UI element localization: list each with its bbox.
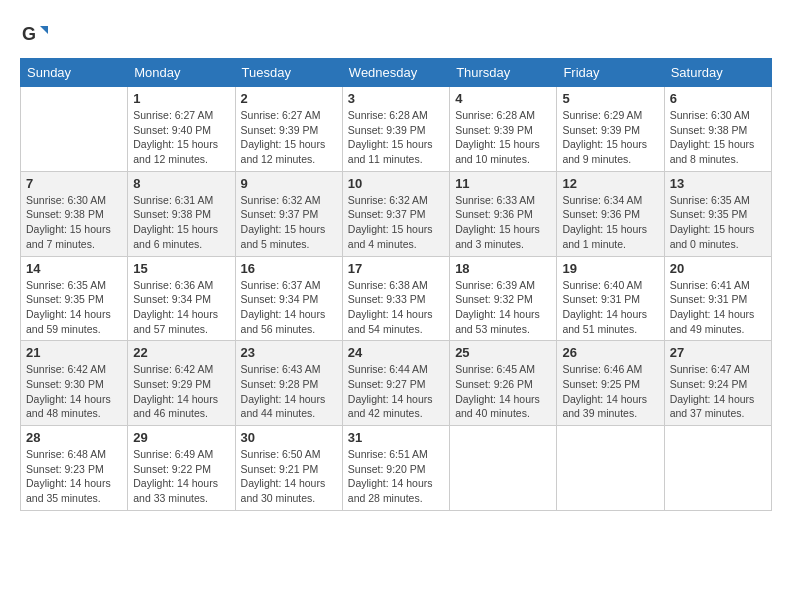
calendar-cell: 5Sunrise: 6:29 AM Sunset: 9:39 PM Daylig… bbox=[557, 87, 664, 172]
day-number: 7 bbox=[26, 176, 122, 191]
day-number: 9 bbox=[241, 176, 337, 191]
day-info: Sunrise: 6:40 AM Sunset: 9:31 PM Dayligh… bbox=[562, 278, 658, 337]
day-number: 8 bbox=[133, 176, 229, 191]
day-number: 15 bbox=[133, 261, 229, 276]
calendar-cell: 13Sunrise: 6:35 AM Sunset: 9:35 PM Dayli… bbox=[664, 171, 771, 256]
calendar-table: SundayMondayTuesdayWednesdayThursdayFrid… bbox=[20, 58, 772, 511]
day-number: 1 bbox=[133, 91, 229, 106]
logo-icon: G bbox=[20, 20, 48, 48]
calendar-weekday-header: Saturday bbox=[664, 59, 771, 87]
day-info: Sunrise: 6:50 AM Sunset: 9:21 PM Dayligh… bbox=[241, 447, 337, 506]
calendar-cell: 11Sunrise: 6:33 AM Sunset: 9:36 PM Dayli… bbox=[450, 171, 557, 256]
day-info: Sunrise: 6:48 AM Sunset: 9:23 PM Dayligh… bbox=[26, 447, 122, 506]
day-number: 18 bbox=[455, 261, 551, 276]
day-info: Sunrise: 6:41 AM Sunset: 9:31 PM Dayligh… bbox=[670, 278, 766, 337]
day-info: Sunrise: 6:49 AM Sunset: 9:22 PM Dayligh… bbox=[133, 447, 229, 506]
day-number: 2 bbox=[241, 91, 337, 106]
day-number: 6 bbox=[670, 91, 766, 106]
day-number: 19 bbox=[562, 261, 658, 276]
calendar-week-row: 7Sunrise: 6:30 AM Sunset: 9:38 PM Daylig… bbox=[21, 171, 772, 256]
day-number: 10 bbox=[348, 176, 444, 191]
day-info: Sunrise: 6:43 AM Sunset: 9:28 PM Dayligh… bbox=[241, 362, 337, 421]
calendar-cell: 28Sunrise: 6:48 AM Sunset: 9:23 PM Dayli… bbox=[21, 426, 128, 511]
calendar-week-row: 21Sunrise: 6:42 AM Sunset: 9:30 PM Dayli… bbox=[21, 341, 772, 426]
day-number: 3 bbox=[348, 91, 444, 106]
calendar-cell: 23Sunrise: 6:43 AM Sunset: 9:28 PM Dayli… bbox=[235, 341, 342, 426]
day-number: 5 bbox=[562, 91, 658, 106]
day-number: 17 bbox=[348, 261, 444, 276]
calendar-cell: 1Sunrise: 6:27 AM Sunset: 9:40 PM Daylig… bbox=[128, 87, 235, 172]
day-info: Sunrise: 6:36 AM Sunset: 9:34 PM Dayligh… bbox=[133, 278, 229, 337]
calendar-cell: 22Sunrise: 6:42 AM Sunset: 9:29 PM Dayli… bbox=[128, 341, 235, 426]
day-info: Sunrise: 6:31 AM Sunset: 9:38 PM Dayligh… bbox=[133, 193, 229, 252]
calendar-cell bbox=[557, 426, 664, 511]
calendar-cell: 19Sunrise: 6:40 AM Sunset: 9:31 PM Dayli… bbox=[557, 256, 664, 341]
day-info: Sunrise: 6:35 AM Sunset: 9:35 PM Dayligh… bbox=[26, 278, 122, 337]
logo: G bbox=[20, 20, 52, 48]
calendar-weekday-header: Sunday bbox=[21, 59, 128, 87]
calendar-weekday-header: Thursday bbox=[450, 59, 557, 87]
calendar-cell: 27Sunrise: 6:47 AM Sunset: 9:24 PM Dayli… bbox=[664, 341, 771, 426]
calendar-cell: 26Sunrise: 6:46 AM Sunset: 9:25 PM Dayli… bbox=[557, 341, 664, 426]
day-info: Sunrise: 6:37 AM Sunset: 9:34 PM Dayligh… bbox=[241, 278, 337, 337]
calendar-cell: 6Sunrise: 6:30 AM Sunset: 9:38 PM Daylig… bbox=[664, 87, 771, 172]
day-info: Sunrise: 6:28 AM Sunset: 9:39 PM Dayligh… bbox=[455, 108, 551, 167]
day-info: Sunrise: 6:34 AM Sunset: 9:36 PM Dayligh… bbox=[562, 193, 658, 252]
day-number: 4 bbox=[455, 91, 551, 106]
day-info: Sunrise: 6:28 AM Sunset: 9:39 PM Dayligh… bbox=[348, 108, 444, 167]
svg-marker-1 bbox=[40, 26, 48, 34]
day-number: 13 bbox=[670, 176, 766, 191]
calendar-cell: 4Sunrise: 6:28 AM Sunset: 9:39 PM Daylig… bbox=[450, 87, 557, 172]
calendar-cell: 21Sunrise: 6:42 AM Sunset: 9:30 PM Dayli… bbox=[21, 341, 128, 426]
calendar-cell: 14Sunrise: 6:35 AM Sunset: 9:35 PM Dayli… bbox=[21, 256, 128, 341]
calendar-cell: 8Sunrise: 6:31 AM Sunset: 9:38 PM Daylig… bbox=[128, 171, 235, 256]
calendar-cell: 31Sunrise: 6:51 AM Sunset: 9:20 PM Dayli… bbox=[342, 426, 449, 511]
day-number: 14 bbox=[26, 261, 122, 276]
calendar-cell: 12Sunrise: 6:34 AM Sunset: 9:36 PM Dayli… bbox=[557, 171, 664, 256]
calendar-cell bbox=[450, 426, 557, 511]
day-info: Sunrise: 6:45 AM Sunset: 9:26 PM Dayligh… bbox=[455, 362, 551, 421]
calendar-cell bbox=[21, 87, 128, 172]
day-number: 26 bbox=[562, 345, 658, 360]
day-info: Sunrise: 6:51 AM Sunset: 9:20 PM Dayligh… bbox=[348, 447, 444, 506]
day-number: 11 bbox=[455, 176, 551, 191]
day-info: Sunrise: 6:33 AM Sunset: 9:36 PM Dayligh… bbox=[455, 193, 551, 252]
calendar-cell: 24Sunrise: 6:44 AM Sunset: 9:27 PM Dayli… bbox=[342, 341, 449, 426]
day-info: Sunrise: 6:35 AM Sunset: 9:35 PM Dayligh… bbox=[670, 193, 766, 252]
day-info: Sunrise: 6:47 AM Sunset: 9:24 PM Dayligh… bbox=[670, 362, 766, 421]
day-info: Sunrise: 6:39 AM Sunset: 9:32 PM Dayligh… bbox=[455, 278, 551, 337]
calendar-header-row: SundayMondayTuesdayWednesdayThursdayFrid… bbox=[21, 59, 772, 87]
day-info: Sunrise: 6:30 AM Sunset: 9:38 PM Dayligh… bbox=[26, 193, 122, 252]
day-info: Sunrise: 6:44 AM Sunset: 9:27 PM Dayligh… bbox=[348, 362, 444, 421]
calendar-cell: 3Sunrise: 6:28 AM Sunset: 9:39 PM Daylig… bbox=[342, 87, 449, 172]
calendar-cell: 10Sunrise: 6:32 AM Sunset: 9:37 PM Dayli… bbox=[342, 171, 449, 256]
day-number: 24 bbox=[348, 345, 444, 360]
calendar-cell: 16Sunrise: 6:37 AM Sunset: 9:34 PM Dayli… bbox=[235, 256, 342, 341]
day-number: 25 bbox=[455, 345, 551, 360]
header-area: G bbox=[20, 20, 772, 48]
day-number: 28 bbox=[26, 430, 122, 445]
day-number: 23 bbox=[241, 345, 337, 360]
calendar-cell: 29Sunrise: 6:49 AM Sunset: 9:22 PM Dayli… bbox=[128, 426, 235, 511]
calendar-week-row: 14Sunrise: 6:35 AM Sunset: 9:35 PM Dayli… bbox=[21, 256, 772, 341]
day-number: 30 bbox=[241, 430, 337, 445]
day-info: Sunrise: 6:42 AM Sunset: 9:29 PM Dayligh… bbox=[133, 362, 229, 421]
calendar-cell: 18Sunrise: 6:39 AM Sunset: 9:32 PM Dayli… bbox=[450, 256, 557, 341]
calendar-cell: 2Sunrise: 6:27 AM Sunset: 9:39 PM Daylig… bbox=[235, 87, 342, 172]
day-info: Sunrise: 6:38 AM Sunset: 9:33 PM Dayligh… bbox=[348, 278, 444, 337]
calendar-weekday-header: Friday bbox=[557, 59, 664, 87]
day-number: 12 bbox=[562, 176, 658, 191]
day-info: Sunrise: 6:27 AM Sunset: 9:39 PM Dayligh… bbox=[241, 108, 337, 167]
day-info: Sunrise: 6:29 AM Sunset: 9:39 PM Dayligh… bbox=[562, 108, 658, 167]
calendar-cell: 17Sunrise: 6:38 AM Sunset: 9:33 PM Dayli… bbox=[342, 256, 449, 341]
calendar-cell: 30Sunrise: 6:50 AM Sunset: 9:21 PM Dayli… bbox=[235, 426, 342, 511]
day-number: 22 bbox=[133, 345, 229, 360]
day-info: Sunrise: 6:32 AM Sunset: 9:37 PM Dayligh… bbox=[348, 193, 444, 252]
day-number: 21 bbox=[26, 345, 122, 360]
day-info: Sunrise: 6:32 AM Sunset: 9:37 PM Dayligh… bbox=[241, 193, 337, 252]
day-number: 16 bbox=[241, 261, 337, 276]
calendar-weekday-header: Wednesday bbox=[342, 59, 449, 87]
day-number: 27 bbox=[670, 345, 766, 360]
day-info: Sunrise: 6:42 AM Sunset: 9:30 PM Dayligh… bbox=[26, 362, 122, 421]
calendar-cell: 9Sunrise: 6:32 AM Sunset: 9:37 PM Daylig… bbox=[235, 171, 342, 256]
